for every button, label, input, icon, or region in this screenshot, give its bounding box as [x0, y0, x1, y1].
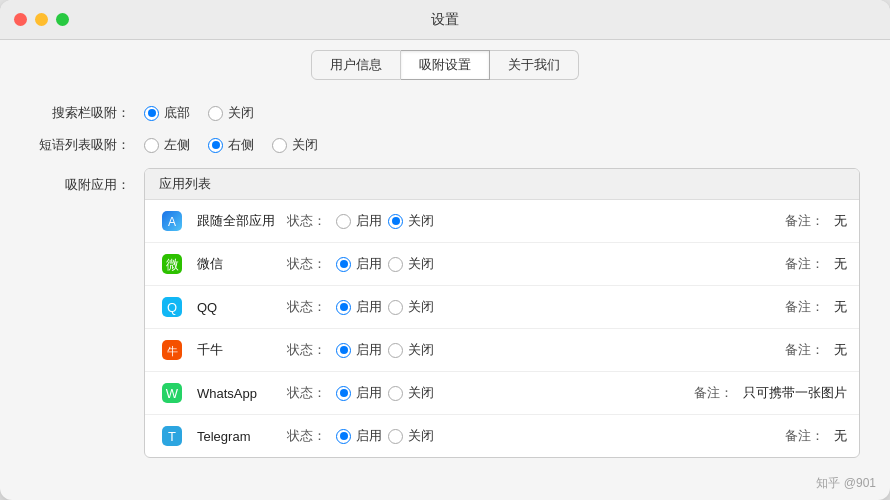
maximize-button[interactable] — [56, 13, 69, 26]
remark-label-qianniu: 备注： — [785, 341, 824, 359]
remark-value-all: 无 — [834, 212, 847, 230]
shortlist-left-option[interactable]: 左侧 — [144, 136, 190, 154]
searchbar-bottom-radio[interactable] — [144, 106, 159, 121]
enable-radio-whatsapp[interactable] — [336, 386, 351, 401]
enable-option-all[interactable]: 启用 — [336, 212, 382, 230]
applist-container: 应用列表 A跟随全部应用状态：启用关闭备注：无微微信状态：启用关闭备注：无QQQ… — [144, 168, 860, 458]
disable-radio-qq[interactable] — [388, 300, 403, 315]
app-status-telegram: 状态：启用关闭 — [287, 427, 785, 445]
tab-bar: 用户信息 吸附设置 关于我们 — [0, 40, 890, 88]
app-icon-wechat: 微 — [157, 249, 187, 279]
remark-value-whatsapp: 只可携带一张图片 — [743, 384, 847, 402]
app-remark-qq: 备注：无 — [785, 298, 847, 316]
disable-label-wechat: 关闭 — [408, 255, 434, 273]
app-icon-whatsapp: W — [157, 378, 187, 408]
enable-label-qq: 启用 — [356, 298, 382, 316]
app-row-whatsapp: WWhatsApp状态：启用关闭备注：只可携带一张图片 — [145, 372, 859, 415]
tab-userinfo[interactable]: 用户信息 — [311, 50, 401, 80]
remark-label-qq: 备注： — [785, 298, 824, 316]
app-icon-all: A — [157, 206, 187, 236]
app-name-qq: QQ — [197, 300, 287, 315]
watermark: 知乎 @901 — [816, 475, 876, 492]
shortlist-off-option[interactable]: 关闭 — [272, 136, 318, 154]
enable-option-qianniu[interactable]: 启用 — [336, 341, 382, 359]
status-label-qianniu: 状态： — [287, 341, 326, 359]
applist-setting-row: 吸附应用： 应用列表 A跟随全部应用状态：启用关闭备注：无微微信状态：启用关闭备… — [30, 168, 860, 458]
remark-label-all: 备注： — [785, 212, 824, 230]
enable-radio-all[interactable] — [336, 214, 351, 229]
disable-option-telegram[interactable]: 关闭 — [388, 427, 434, 445]
shortlist-left-label: 左侧 — [164, 136, 190, 154]
close-button[interactable] — [14, 13, 27, 26]
remark-label-whatsapp: 备注： — [694, 384, 733, 402]
status-label-all: 状态： — [287, 212, 326, 230]
svg-text:牛: 牛 — [167, 345, 178, 357]
enable-radio-qq[interactable] — [336, 300, 351, 315]
status-label-telegram: 状态： — [287, 427, 326, 445]
shortlist-right-option[interactable]: 右侧 — [208, 136, 254, 154]
disable-option-all[interactable]: 关闭 — [388, 212, 434, 230]
disable-option-wechat[interactable]: 关闭 — [388, 255, 434, 273]
searchbar-label: 搜索栏吸附： — [30, 104, 130, 122]
searchbar-off-radio[interactable] — [208, 106, 223, 121]
enable-radio-wechat[interactable] — [336, 257, 351, 272]
searchbar-radio-group: 底部 关闭 — [144, 104, 254, 122]
searchbar-off-label: 关闭 — [228, 104, 254, 122]
disable-radio-whatsapp[interactable] — [388, 386, 403, 401]
disable-radio-telegram[interactable] — [388, 429, 403, 444]
svg-text:微: 微 — [166, 257, 179, 272]
applist-body[interactable]: A跟随全部应用状态：启用关闭备注：无微微信状态：启用关闭备注：无QQQ状态：启用… — [145, 200, 859, 457]
app-status-whatsapp: 状态：启用关闭 — [287, 384, 694, 402]
enable-label-wechat: 启用 — [356, 255, 382, 273]
shortlist-radio-group: 左侧 右侧 关闭 — [144, 136, 318, 154]
enable-radio-qianniu[interactable] — [336, 343, 351, 358]
shortlist-right-radio[interactable] — [208, 138, 223, 153]
disable-label-qianniu: 关闭 — [408, 341, 434, 359]
app-name-qianniu: 千牛 — [197, 341, 287, 359]
status-label-wechat: 状态： — [287, 255, 326, 273]
enable-option-wechat[interactable]: 启用 — [336, 255, 382, 273]
enable-option-whatsapp[interactable]: 启用 — [336, 384, 382, 402]
disable-label-whatsapp: 关闭 — [408, 384, 434, 402]
enable-option-telegram[interactable]: 启用 — [336, 427, 382, 445]
tab-attach[interactable]: 吸附设置 — [401, 50, 490, 80]
svg-text:W: W — [166, 386, 179, 401]
enable-option-qq[interactable]: 启用 — [336, 298, 382, 316]
disable-radio-wechat[interactable] — [388, 257, 403, 272]
disable-radio-all[interactable] — [388, 214, 403, 229]
disable-radio-qianniu[interactable] — [388, 343, 403, 358]
app-row-qianniu: 牛千牛状态：启用关闭备注：无 — [145, 329, 859, 372]
applist-label: 吸附应用： — [30, 176, 130, 194]
status-label-qq: 状态： — [287, 298, 326, 316]
app-status-wechat: 状态：启用关闭 — [287, 255, 785, 273]
main-window: 设置 用户信息 吸附设置 关于我们 搜索栏吸附： 底部 关闭 短语列表吸附 — [0, 0, 890, 500]
searchbar-bottom-label: 底部 — [164, 104, 190, 122]
remark-label-wechat: 备注： — [785, 255, 824, 273]
tab-about[interactable]: 关于我们 — [490, 50, 579, 80]
enable-label-whatsapp: 启用 — [356, 384, 382, 402]
minimize-button[interactable] — [35, 13, 48, 26]
enable-radio-telegram[interactable] — [336, 429, 351, 444]
app-row-wechat: 微微信状态：启用关闭备注：无 — [145, 243, 859, 286]
shortlist-off-label: 关闭 — [292, 136, 318, 154]
settings-content: 搜索栏吸附： 底部 关闭 短语列表吸附： 左侧 — [0, 88, 890, 500]
svg-text:Q: Q — [167, 300, 177, 315]
svg-text:A: A — [168, 215, 176, 229]
shortlist-off-radio[interactable] — [272, 138, 287, 153]
app-remark-whatsapp: 备注：只可携带一张图片 — [694, 384, 847, 402]
disable-option-whatsapp[interactable]: 关闭 — [388, 384, 434, 402]
status-label-whatsapp: 状态： — [287, 384, 326, 402]
remark-value-qianniu: 无 — [834, 341, 847, 359]
enable-label-qianniu: 启用 — [356, 341, 382, 359]
disable-label-all: 关闭 — [408, 212, 434, 230]
app-remark-all: 备注：无 — [785, 212, 847, 230]
searchbar-bottom-option[interactable]: 底部 — [144, 104, 190, 122]
shortlist-left-radio[interactable] — [144, 138, 159, 153]
disable-label-telegram: 关闭 — [408, 427, 434, 445]
disable-option-qianniu[interactable]: 关闭 — [388, 341, 434, 359]
searchbar-off-option[interactable]: 关闭 — [208, 104, 254, 122]
remark-value-qq: 无 — [834, 298, 847, 316]
svg-text:T: T — [168, 429, 176, 444]
disable-option-qq[interactable]: 关闭 — [388, 298, 434, 316]
disable-label-qq: 关闭 — [408, 298, 434, 316]
